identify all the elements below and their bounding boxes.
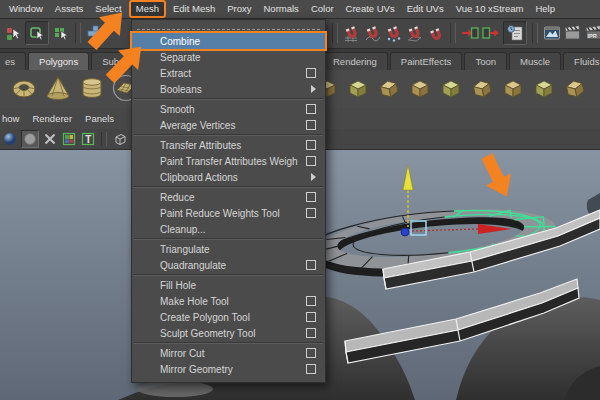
render-view-icon[interactable] [543, 24, 561, 42]
poly-cone-icon[interactable] [44, 74, 72, 102]
z-axis-handle[interactable] [401, 228, 409, 236]
shelf-tab[interactable]: Rendering [322, 52, 388, 70]
menu-bar-item[interactable]: Mesh [129, 0, 166, 18]
mesh-menu-item[interactable]: Smooth [132, 101, 325, 117]
mesh-menu-item[interactable]: Fill Hole [132, 277, 325, 293]
poly-tool-icon-4[interactable] [408, 76, 432, 100]
poly-tool-icon-8[interactable] [532, 76, 556, 100]
option-box-icon[interactable] [306, 260, 316, 270]
option-box-icon[interactable] [306, 208, 316, 218]
mesh-menu-item[interactable]: Extract [132, 65, 325, 81]
select-by-hierarchy-icon[interactable] [4, 24, 22, 42]
wireframe-x-icon[interactable] [42, 131, 58, 147]
option-box-icon[interactable] [306, 104, 316, 114]
input-connections-icon[interactable] [461, 24, 479, 42]
menu-bar-item[interactable]: Vue 10 xStream [451, 2, 529, 16]
option-box-icon[interactable] [306, 140, 316, 150]
magnet-live-glyph [428, 25, 444, 42]
poly-tool-icon-6[interactable] [470, 76, 494, 100]
shelf-tab[interactable]: es [0, 52, 26, 70]
poly-tool-icon-3[interactable] [377, 76, 401, 100]
mesh-menu-item[interactable]: Create Polygon Tool [132, 309, 325, 325]
poly-tool-icon-7[interactable] [501, 76, 525, 100]
shelf-tab[interactable]: PaintEffects [390, 52, 463, 70]
mesh-menu-item[interactable]: Booleans [132, 81, 325, 97]
select-by-object-icon[interactable] [25, 21, 49, 45]
menu-bar-item[interactable]: Help [530, 2, 560, 16]
menu-bar-item[interactable]: Normals [259, 2, 304, 16]
option-box-icon[interactable] [306, 328, 316, 338]
render-view-glyph [543, 25, 561, 41]
render-current-frame-icon[interactable] [564, 24, 582, 42]
snap-to-view-planes-icon[interactable] [406, 24, 424, 42]
menu-bar-item[interactable]: Window [4, 2, 48, 16]
option-box-icon[interactable] [306, 296, 316, 306]
ipr-render-icon[interactable]: IPR [585, 24, 600, 42]
mesh-menu-item[interactable]: Mirror Geometry [132, 361, 325, 377]
snap-to-points-icon[interactable] [385, 24, 403, 42]
construction-history-icon[interactable] [503, 21, 527, 45]
mesh-menu-item[interactable]: Quadrangulate [132, 257, 325, 273]
mesh-menu-item[interactable]: Paint Transfer Attributes Weights Tool [132, 153, 325, 169]
mesh-menu-item[interactable]: Paint Reduce Weights Tool [132, 205, 325, 221]
shelf-tab[interactable]: Fluids [563, 52, 600, 70]
texture-t-icon[interactable]: T [80, 131, 96, 147]
option-box-icon[interactable] [306, 68, 316, 78]
magnet-point-glyph [386, 25, 402, 42]
mesh-menu-item[interactable]: Mirror Cut [132, 345, 325, 361]
option-box-icon[interactable] [306, 120, 316, 130]
mesh-menu-item[interactable]: Cleanup... [132, 221, 325, 237]
main-menu-bar: WindowAssetsSelectMeshEdit MeshProxyNorm… [0, 0, 600, 19]
tearoff-handle[interactable] [137, 22, 320, 30]
mesh-menu-item[interactable]: Sculpt Geometry Tool [132, 325, 325, 341]
panel-menu-item[interactable]: how [2, 113, 19, 124]
flat-shade-circle-icon[interactable] [21, 130, 39, 148]
snap-to-grids-icon[interactable] [343, 24, 361, 42]
textured-display-icon[interactable] [61, 131, 77, 147]
menu-bar-item[interactable]: Create UVs [341, 2, 400, 16]
menu-bar-item[interactable]: Select [90, 2, 126, 16]
t-glyph: T [81, 132, 95, 146]
shelf-tab[interactable]: Toon [464, 52, 507, 70]
snap-to-curves-icon[interactable] [364, 24, 382, 42]
select-by-component-icon[interactable] [52, 24, 70, 42]
poly-cylinder-icon[interactable] [78, 74, 106, 102]
mesh-menu-item[interactable]: Clipboard Actions [132, 169, 325, 185]
poly-tool-icon-9[interactable] [563, 76, 587, 100]
poly-tool-glyph [501, 76, 525, 100]
mesh-menu-item[interactable]: Transfer Attributes [132, 137, 325, 153]
wire-cube-icon[interactable] [112, 131, 128, 147]
magnet-curve-glyph [365, 25, 381, 42]
option-box-icon[interactable] [306, 364, 316, 374]
option-box-icon[interactable] [306, 312, 316, 322]
maya-window: WindowAssetsSelectMeshEdit MeshProxyNorm… [0, 0, 600, 400]
option-box-icon[interactable] [306, 192, 316, 202]
mesh-menu-item[interactable]: Make Hole Tool [132, 293, 325, 309]
poly-tool-icon-2[interactable] [346, 76, 370, 100]
mesh-menu-item[interactable]: Reduce [132, 189, 325, 205]
menu-bar-item[interactable]: Assets [50, 2, 89, 16]
poly-torus-icon[interactable] [10, 74, 38, 102]
panel-menu-item[interactable]: Renderer [32, 113, 72, 124]
mesh-menu-item[interactable]: Triangulate [132, 241, 325, 257]
select-by-component-glyph [53, 25, 69, 41]
shaded-sphere-icon[interactable] [2, 131, 18, 147]
make-live-icon[interactable] [427, 24, 445, 42]
option-box-icon[interactable] [306, 348, 316, 358]
construction-history-glyph [506, 24, 524, 42]
shelf-tab[interactable]: Polygons [28, 52, 89, 70]
output-connections-icon[interactable] [482, 24, 500, 42]
mesh-menu-item[interactable]: Separate [132, 49, 325, 65]
option-box-icon[interactable] [306, 156, 316, 166]
menu-item-label: Booleans [160, 84, 302, 95]
mesh-menu-item[interactable]: Average Vertices [132, 117, 325, 133]
poly-tool-icon-5[interactable] [439, 76, 463, 100]
panel-menu-item[interactable]: Panels [85, 113, 114, 124]
mesh-menu-item[interactable]: Combine [132, 33, 325, 49]
menu-bar-item[interactable]: Proxy [222, 2, 256, 16]
highlight-plus-icon[interactable] [86, 24, 104, 42]
menu-bar-item[interactable]: Edit Mesh [168, 2, 220, 16]
menu-bar-item[interactable]: Color [306, 2, 339, 16]
menu-bar-item[interactable]: Edit UVs [402, 2, 449, 16]
shelf-tab[interactable]: Muscle [509, 52, 561, 70]
